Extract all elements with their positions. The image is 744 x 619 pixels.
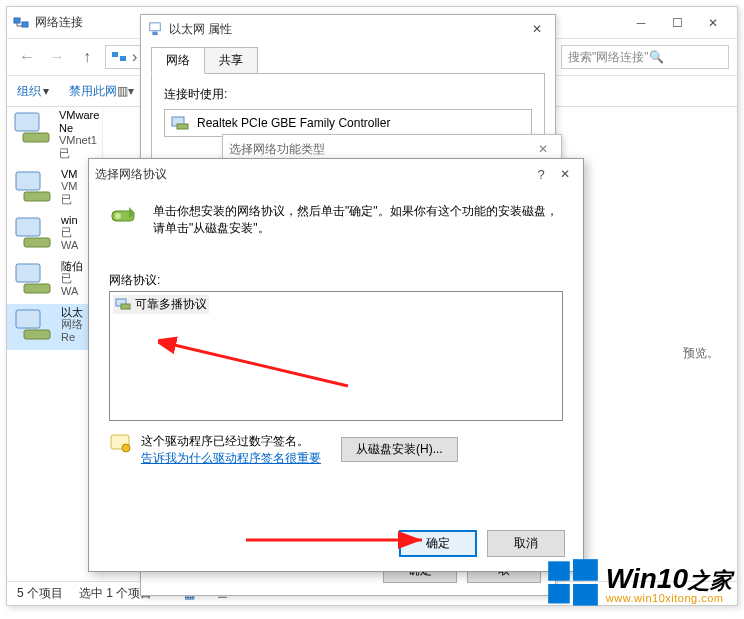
svg-rect-29 — [573, 584, 598, 606]
svg-rect-17 — [177, 124, 188, 129]
item-status: Re — [61, 331, 83, 344]
watermark-suffix: 之家 — [688, 568, 732, 593]
svg-rect-10 — [16, 264, 40, 282]
svg-rect-12 — [16, 310, 40, 328]
signed-text: 这个驱动程序已经过数字签名。 — [141, 433, 321, 450]
preview-hint: 预览。 — [683, 345, 719, 362]
svg-point-19 — [115, 213, 121, 219]
item-sub: 已 — [61, 272, 83, 285]
adapter-icon — [13, 168, 55, 206]
proto-list-label: 网络协议: — [109, 272, 563, 289]
item-status: WA — [61, 285, 83, 298]
search-placeholder: 搜索"网络连接" — [568, 49, 649, 66]
proto-ok-button[interactable]: 确定 — [399, 530, 477, 557]
watermark-brand: Win10 — [606, 563, 688, 594]
item-sub: VM — [61, 180, 78, 193]
list-item[interactable]: VMware NeVMnet1已 — [7, 107, 102, 166]
svg-rect-1 — [22, 22, 28, 27]
svg-rect-6 — [16, 172, 40, 190]
svg-rect-9 — [24, 238, 50, 247]
svg-rect-15 — [152, 32, 157, 36]
proto-title: 选择网络协议 — [95, 166, 167, 183]
item-title: 以太 — [61, 306, 83, 319]
nav-forward-button[interactable]: → — [45, 45, 69, 69]
adapter-icon — [13, 214, 55, 252]
proto-item-label: 可靠多播协议 — [135, 296, 207, 313]
watermark: Win10之家 www.win10xitong.com — [546, 557, 732, 611]
protocol-icon — [115, 297, 131, 311]
proto-install-icon — [109, 203, 139, 232]
network-icon — [13, 15, 29, 31]
item-count: 5 个项目 — [17, 585, 63, 602]
proto-cancel-button[interactable]: 取消 — [487, 530, 565, 557]
svg-rect-4 — [15, 113, 39, 131]
eth-tabs: 网络 共享 — [141, 43, 555, 74]
item-title: VMware Ne — [59, 109, 99, 134]
adapter-icon — [13, 109, 53, 147]
adapter-icon — [13, 260, 55, 298]
adapter-name: Realtek PCIe GBE Family Controller — [197, 116, 390, 130]
tab-sharing[interactable]: 共享 — [204, 47, 258, 74]
svg-rect-21 — [121, 304, 130, 309]
item-status: WA — [61, 239, 78, 252]
search-icon: 🔍 — [649, 50, 664, 64]
disable-button[interactable]: 禁用此网 — [69, 83, 117, 100]
proto-help-button[interactable]: ? — [529, 161, 553, 187]
item-sub: 已 — [61, 226, 78, 239]
svg-point-23 — [122, 444, 130, 452]
svg-rect-7 — [24, 192, 50, 201]
why-signing-link[interactable]: 告诉我为什么驱动程序签名很重要 — [141, 451, 321, 465]
adapter-box: Realtek PCIe GBE Family Controller — [164, 109, 532, 137]
certificate-icon — [109, 433, 131, 458]
svg-rect-13 — [24, 330, 50, 339]
network-icon — [110, 49, 128, 65]
svg-rect-27 — [573, 559, 598, 581]
nav-up-button[interactable]: ↑ — [75, 45, 99, 69]
item-sub: VMnet1 — [59, 134, 99, 147]
svg-rect-26 — [548, 561, 570, 580]
svg-rect-8 — [16, 218, 40, 236]
proto-body: 单击你想安装的网络协议，然后单击"确定"。如果你有这个功能的安装磁盘，请单击"从… — [89, 189, 583, 479]
nav-back-button[interactable]: ← — [15, 45, 39, 69]
organize-button[interactable]: 组织 — [17, 83, 41, 100]
svg-rect-0 — [14, 18, 20, 23]
proto-titlebar: 选择网络协议 ? ✕ — [89, 159, 583, 189]
feature-title: 选择网络功能类型 — [229, 141, 325, 158]
item-title: win — [61, 214, 78, 227]
proto-buttons: 确定 取消 — [399, 530, 565, 557]
item-sub: 网络 — [61, 318, 83, 331]
windows-logo-icon — [546, 557, 600, 611]
eth-close-button[interactable]: ✕ — [525, 16, 549, 42]
proto-instructions: 单击你想安装的网络协议，然后单击"确定"。如果你有这个功能的安装磁盘，请单击"从… — [153, 203, 563, 238]
tab-network[interactable]: 网络 — [151, 47, 205, 74]
protocol-dialog: 选择网络协议 ? ✕ 单击你想安装的网络协议，然后单击"确定"。如果你有这个功能… — [88, 158, 584, 572]
proto-close-button[interactable]: ✕ — [553, 161, 577, 187]
adapter-icon — [13, 306, 55, 344]
eth-titlebar: 以太网 属性 ✕ — [141, 15, 555, 43]
svg-rect-5 — [23, 133, 49, 142]
svg-rect-3 — [120, 56, 126, 61]
view-layout-icon[interactable]: ▥▾ — [117, 84, 134, 98]
item-status: 已 — [61, 193, 78, 206]
from-disk-button[interactable]: 从磁盘安装(H)... — [341, 437, 458, 462]
proto-listbox[interactable]: 可靠多播协议 — [109, 291, 563, 421]
eth-title: 以太网 属性 — [169, 21, 232, 38]
conn-label: 连接时使用: — [164, 86, 532, 103]
search-box[interactable]: 搜索"网络连接" 🔍 — [561, 45, 729, 69]
ethernet-icon — [147, 21, 163, 37]
close-button[interactable]: ✕ — [695, 10, 731, 36]
svg-rect-2 — [112, 52, 118, 57]
svg-rect-11 — [24, 284, 50, 293]
minimize-button[interactable]: ─ — [623, 10, 659, 36]
adapter-icon — [171, 115, 189, 131]
svg-rect-14 — [150, 23, 161, 31]
item-title: 随伯 — [61, 260, 83, 273]
item-title: VM — [61, 168, 78, 181]
proto-list-item[interactable]: 可靠多播协议 — [113, 295, 209, 314]
main-title: 网络连接 — [35, 14, 83, 31]
maximize-button[interactable]: ☐ — [659, 10, 695, 36]
proto-signed-row: 这个驱动程序已经过数字签名。 告诉我为什么驱动程序签名很重要 从磁盘安装(H).… — [109, 433, 563, 467]
svg-rect-28 — [548, 584, 570, 603]
watermark-url: www.win10xitong.com — [606, 593, 732, 604]
